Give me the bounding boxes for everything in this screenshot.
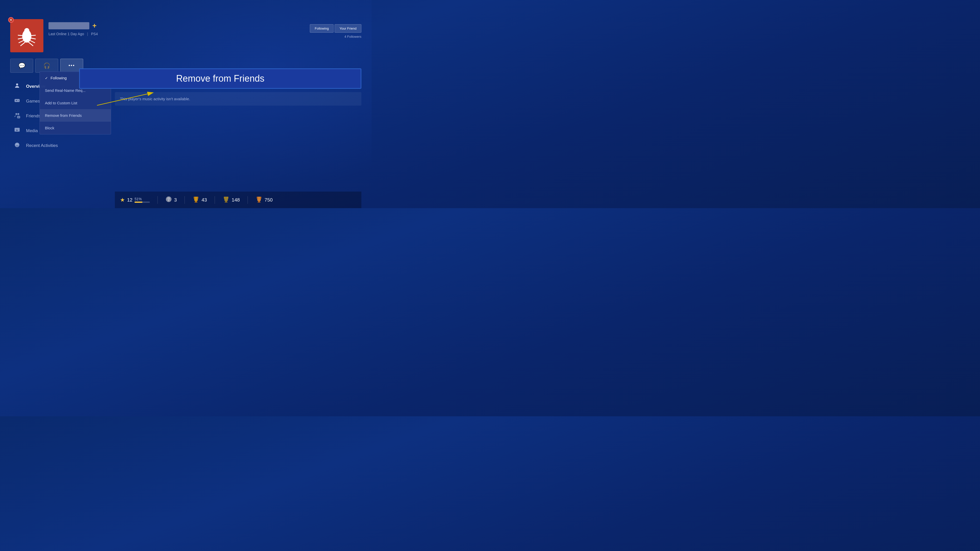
svg-rect-18 <box>18 116 20 118</box>
gold2-count: 148 <box>232 197 240 203</box>
stat-divider-2 <box>185 196 185 204</box>
spiderman-logo-icon <box>14 23 40 48</box>
more-icon: ••• <box>68 63 75 68</box>
gold2-trophy-stat: 148 <box>223 196 240 204</box>
svg-point-14 <box>18 100 18 100</box>
stats-bar: ★ 12 51% 3 <box>115 192 361 208</box>
silver-count: 3 <box>174 197 177 203</box>
avatar-container: ✕ <box>10 19 43 52</box>
xp-bar <box>135 202 150 203</box>
svg-rect-30 <box>194 202 197 203</box>
svg-rect-37 <box>258 201 260 202</box>
svg-rect-11 <box>14 99 20 102</box>
svg-rect-36 <box>260 197 261 199</box>
bronze-trophy-stat: 750 <box>256 196 273 204</box>
sidebar-label-games: Games <box>26 99 40 104</box>
chat-button[interactable]: 💬 <box>10 59 33 73</box>
svg-line-9 <box>30 35 36 36</box>
profile-section: ✕ + Last Online 1 Day Ago | PS4 <box>10 19 361 52</box>
svg-point-16 <box>16 113 18 115</box>
friends-icon <box>13 112 21 120</box>
svg-point-1 <box>24 28 29 33</box>
svg-point-10 <box>16 83 18 86</box>
svg-rect-35 <box>257 197 258 199</box>
headset-button[interactable]: 🎧 <box>35 59 58 73</box>
remove-friends-label: Remove from Friends <box>176 73 264 84</box>
level-number: 12 <box>127 197 132 203</box>
svg-point-17 <box>18 113 19 115</box>
nav-icons-row: 💬 🎧 ••• <box>10 59 83 73</box>
svg-rect-32 <box>228 197 228 199</box>
person-icon <box>13 83 21 90</box>
remove-friends-modal[interactable]: Remove from Friends <box>79 68 361 89</box>
followers-count: 4 Followers <box>345 35 361 38</box>
sidebar-label-media: Media <box>26 128 38 133</box>
svg-rect-34 <box>224 202 228 203</box>
svg-rect-33 <box>225 201 227 202</box>
games-icon <box>13 97 21 105</box>
media-icon <box>13 127 21 135</box>
music-notice: This player's music activity isn't avail… <box>115 92 361 106</box>
bronze-trophy-icon <box>256 196 262 204</box>
sidebar-label-recent: Recent Activities <box>26 143 58 148</box>
svg-line-8 <box>18 35 24 36</box>
action-buttons-row: Following Your Friend <box>310 24 361 33</box>
svg-rect-28 <box>197 197 198 199</box>
your-friend-button[interactable]: Your Friend <box>334 24 361 33</box>
silver-trophy-stat: 3 <box>165 196 177 204</box>
ps-plus-icon: + <box>92 22 97 30</box>
svg-rect-31 <box>224 197 225 199</box>
profile-actions: Following Your Friend 4 Followers <box>310 24 361 38</box>
dropdown-item-block[interactable]: Block <box>40 122 111 134</box>
gold2-trophy-icon <box>223 196 230 204</box>
check-icon: ✓ <box>45 76 48 80</box>
close-icon[interactable]: ✕ <box>8 17 14 23</box>
bronze-count: 750 <box>265 197 273 203</box>
chat-icon: 💬 <box>18 62 25 69</box>
following-button[interactable]: Following <box>310 24 334 33</box>
gold-trophy-icon <box>192 196 200 204</box>
svg-rect-29 <box>195 201 197 202</box>
svg-point-26 <box>168 197 170 198</box>
gold-trophy-stat: 43 <box>192 196 207 204</box>
silver-trophy-icon <box>165 196 172 204</box>
recent-icon <box>13 142 21 149</box>
dropdown-item-add-custom[interactable]: Add to Custom List <box>40 97 111 109</box>
avatar <box>10 19 43 52</box>
svg-point-21 <box>16 144 17 144</box>
headset-icon: 🎧 <box>43 62 50 69</box>
level-stat: ★ 12 51% <box>120 197 150 203</box>
top-bar <box>0 0 372 19</box>
sidebar-item-recent[interactable]: Recent Activities <box>10 138 84 153</box>
stat-divider-3 <box>215 196 215 204</box>
gold-count: 43 <box>202 197 207 203</box>
svg-rect-27 <box>194 197 195 199</box>
stat-divider-1 <box>158 196 158 204</box>
xp-percent: 51% <box>135 197 150 201</box>
dropdown-item-remove-friends[interactable]: Remove from Friends <box>40 109 111 122</box>
star-icon: ★ <box>120 197 125 203</box>
svg-point-15 <box>18 100 19 101</box>
svg-rect-38 <box>258 202 261 203</box>
svg-point-22 <box>18 144 18 144</box>
xp-container: 51% <box>135 197 150 203</box>
username-bar <box>48 22 89 29</box>
xp-fill <box>135 202 142 203</box>
svg-point-20 <box>15 143 19 147</box>
